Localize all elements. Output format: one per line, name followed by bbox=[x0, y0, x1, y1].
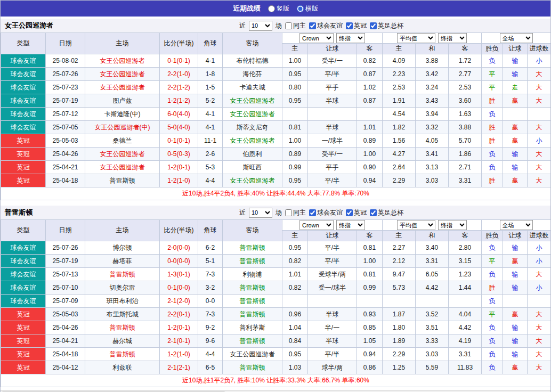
away-team[interactable]: 普雷斯顿 bbox=[223, 281, 282, 295]
home-team[interactable]: 女王公园巡游者 bbox=[85, 54, 160, 68]
home-team[interactable]: 普雷斯顿 bbox=[85, 268, 160, 281]
home-team[interactable]: 班田布利治 bbox=[85, 295, 160, 308]
away-team[interactable]: 女王公园巡游者 bbox=[223, 94, 282, 108]
horizontal-radio[interactable] bbox=[297, 5, 304, 12]
odds-stage-select[interactable]: 终指 bbox=[336, 33, 365, 43]
col-away: 客场 bbox=[223, 220, 282, 241]
facup-checkbox[interactable] bbox=[370, 22, 377, 29]
same-home-option[interactable]: 同主 bbox=[285, 21, 306, 30]
match-count-select[interactable]: 10 bbox=[249, 208, 272, 218]
same-home-checkbox[interactable] bbox=[285, 209, 292, 216]
avg-stage-select[interactable]: 终指 bbox=[438, 220, 467, 230]
league-badge: 英冠 bbox=[1, 134, 46, 148]
league-option-championship[interactable]: 英冠 bbox=[346, 21, 367, 30]
result-handicap: 输 bbox=[503, 281, 528, 295]
home-team[interactable]: 切奥尔雷 bbox=[85, 281, 160, 295]
odds-handicap: 球半/两 bbox=[308, 361, 357, 374]
home-team[interactable]: 女王公园巡游者 bbox=[85, 148, 160, 161]
home-team[interactable]: 图卢兹 bbox=[85, 94, 160, 108]
avg-stage-select[interactable]: 终指 bbox=[438, 33, 467, 43]
away-team[interactable]: 斯旺西 bbox=[223, 161, 282, 174]
away-team[interactable]: 普雷斯顿 bbox=[223, 334, 282, 348]
away-team[interactable]: 利物浦 bbox=[223, 268, 282, 281]
away-team[interactable]: 伯恩利 bbox=[223, 148, 282, 161]
league-badge: 球会友谊 bbox=[1, 108, 46, 121]
league-option-friendly[interactable]: 球会友谊 bbox=[309, 208, 343, 217]
away-team[interactable]: 女王公园巡游者 bbox=[223, 134, 282, 148]
home-team[interactable]: 女王公园巡游者 bbox=[85, 161, 160, 174]
bookmaker-select[interactable]: Crown bbox=[299, 220, 334, 230]
match-score: 6-0(4-0) bbox=[160, 108, 198, 121]
home-team[interactable]: 卡斯迪隆(中) bbox=[85, 108, 160, 121]
friendly-checkbox[interactable] bbox=[309, 209, 316, 216]
view-option-horizontal[interactable]: 横版 bbox=[297, 4, 318, 13]
result-goals: 大 bbox=[528, 361, 551, 374]
same-home-option[interactable]: 同主 bbox=[285, 208, 306, 217]
result-win-draw-loss: 负 bbox=[482, 321, 503, 334]
away-team[interactable]: 普雷斯顿 bbox=[223, 361, 282, 374]
league-option-championship[interactable]: 英冠 bbox=[346, 208, 367, 217]
odds-home: 0.82 bbox=[282, 281, 308, 295]
avg-draw: 6.05 bbox=[416, 268, 449, 281]
match-date: 25-07-26 bbox=[46, 241, 85, 255]
home-team[interactable]: 普雷斯顿 bbox=[85, 321, 160, 334]
away-team[interactable]: 普雷斯顿 bbox=[223, 295, 282, 308]
average-select[interactable]: 平均值 bbox=[397, 220, 435, 230]
corner-score: 7-3 bbox=[198, 308, 223, 321]
league-option-facup[interactable]: 英足总杯 bbox=[370, 208, 403, 217]
facup-checkbox[interactable] bbox=[370, 209, 377, 216]
odds-handicap: 半球 bbox=[308, 308, 357, 321]
home-team[interactable]: 普雷斯顿 bbox=[85, 348, 160, 361]
home-team[interactable]: 女王公园巡游者 bbox=[85, 81, 160, 94]
home-team[interactable]: 赫塔菲 bbox=[85, 255, 160, 268]
avg-away: 11.83 bbox=[449, 361, 482, 374]
away-team[interactable]: 布伦特福德 bbox=[223, 54, 282, 68]
avg-away: 3.15 bbox=[449, 255, 482, 268]
scope-select[interactable]: 全场 bbox=[500, 220, 533, 230]
result-handicap: 输 bbox=[503, 54, 528, 68]
away-team[interactable]: 普雷斯顿 bbox=[223, 255, 282, 268]
away-team[interactable]: 斯蒂文尼奇 bbox=[223, 121, 282, 134]
result-handicap: 输 bbox=[503, 68, 528, 81]
league-option-friendly[interactable]: 球会友谊 bbox=[309, 21, 343, 30]
avg-away: 5.70 bbox=[449, 134, 482, 148]
championship-checkbox[interactable] bbox=[346, 22, 353, 29]
results-table: 类型 日期 主场 比分(半场) 角球 客场 Crown 终指 平均值 bbox=[1, 32, 551, 200]
home-team[interactable]: 女王公园巡游者 bbox=[85, 68, 160, 81]
match-count-select[interactable]: 10 bbox=[249, 21, 272, 31]
vertical-radio[interactable] bbox=[268, 5, 275, 12]
away-team[interactable]: 女王公园巡游者 bbox=[223, 348, 282, 361]
home-team[interactable]: 女王公园巡游者(中) bbox=[85, 121, 160, 134]
home-team[interactable]: 布里斯托城 bbox=[85, 308, 160, 321]
home-team[interactable]: 桑德兰 bbox=[85, 134, 160, 148]
odds-stage-select[interactable]: 终指 bbox=[336, 220, 365, 230]
result-goals: 小 bbox=[528, 281, 551, 295]
league-badge: 球会友谊 bbox=[1, 68, 46, 81]
away-team[interactable]: 普雷斯顿 bbox=[223, 308, 282, 321]
result-win-draw-loss: 胜 bbox=[482, 281, 503, 295]
bookmaker-select[interactable]: Crown bbox=[299, 33, 334, 43]
away-team[interactable]: 海伦芬 bbox=[223, 68, 282, 81]
view-option-vertical[interactable]: 竖版 bbox=[268, 4, 289, 13]
odds-home: 0.81 bbox=[282, 121, 308, 134]
away-team[interactable]: 普雷斯顿 bbox=[223, 241, 282, 255]
championship-checkbox[interactable] bbox=[346, 209, 353, 216]
home-team[interactable]: 博尔顿 bbox=[85, 241, 160, 255]
away-team[interactable]: 女王公园巡游者 bbox=[223, 108, 282, 121]
col-corner: 角球 bbox=[198, 33, 223, 54]
away-team[interactable]: 女王公园巡游者 bbox=[223, 174, 282, 187]
friendly-checkbox[interactable] bbox=[309, 22, 316, 29]
average-select[interactable]: 平均值 bbox=[397, 33, 435, 43]
match-score: 2-0(0-0) bbox=[160, 241, 198, 255]
league-option-facup[interactable]: 英足总杯 bbox=[370, 21, 403, 30]
away-team[interactable]: 普利茅斯 bbox=[223, 321, 282, 334]
same-home-checkbox[interactable] bbox=[285, 22, 292, 29]
scope-select[interactable]: 全场 bbox=[500, 33, 533, 43]
match-score: 1-2(1-0) bbox=[160, 348, 198, 361]
home-team[interactable]: 普雷斯顿 bbox=[85, 174, 160, 187]
away-team[interactable]: 卡迪夫城 bbox=[223, 81, 282, 94]
home-team[interactable]: 赫尔城 bbox=[85, 334, 160, 348]
result-handicap: 赢 bbox=[503, 361, 528, 374]
home-team[interactable]: 利兹联 bbox=[85, 361, 160, 374]
match-score: 2-2(1-0) bbox=[160, 68, 198, 81]
